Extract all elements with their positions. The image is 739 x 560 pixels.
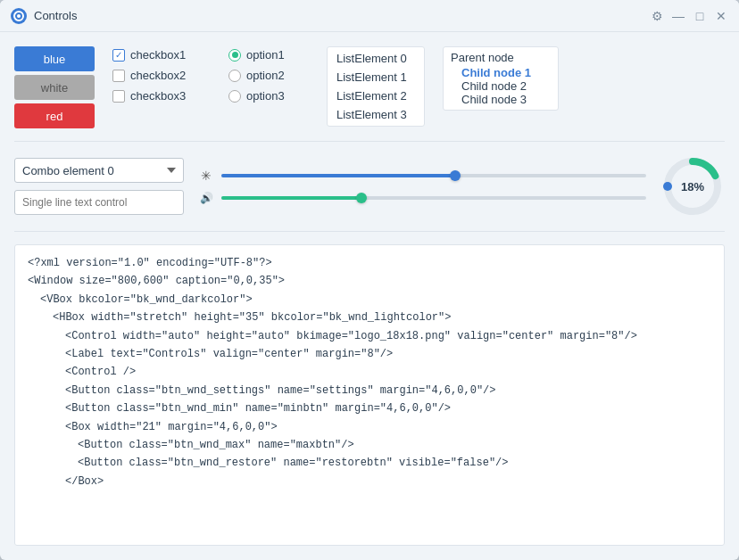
code-line-10: <Button class="btn_wnd_max" name="maxbtn… bbox=[28, 436, 711, 454]
sliders-column: ✳ 🔊 bbox=[198, 169, 646, 204]
checkbox-2-label: checkbox2 bbox=[130, 69, 186, 82]
checkbox-item-3[interactable]: checkbox3 bbox=[112, 89, 211, 103]
radio-1-label: option1 bbox=[246, 48, 285, 62]
settings-button[interactable]: ⚙ bbox=[650, 9, 664, 23]
code-line-11: <Button class="btn_wnd_restore" name="re… bbox=[28, 454, 711, 472]
window-title: Controls bbox=[34, 9, 650, 22]
code-line-5: <Label text="Controls" valign="center" m… bbox=[28, 345, 711, 363]
radio-group: option1 option2 option3 bbox=[228, 46, 309, 103]
tree-child-3[interactable]: Child node 3 bbox=[451, 93, 551, 106]
code-line-2: <VBox bkcolor="bk_wnd_darkcolor"> bbox=[28, 291, 711, 309]
maximize-button[interactable]: □ bbox=[693, 9, 707, 23]
code-line-8: <Button class="btn_wnd_min" name="minbtn… bbox=[28, 399, 711, 417]
code-line-9: <Box width="21" margin="4,6,0,0"> bbox=[28, 418, 711, 436]
radio-2-label: option2 bbox=[246, 69, 285, 82]
checkbox-2-box[interactable] bbox=[112, 70, 125, 82]
code-line-6: <Control /> bbox=[28, 363, 711, 381]
code-line-3: <HBox width="stretch" height="35" bkcolo… bbox=[28, 309, 711, 326]
second-row: Combo element 0 Combo element 1 Combo el… bbox=[14, 154, 725, 218]
list-item-3[interactable]: ListElement 3 bbox=[328, 105, 424, 124]
slider-thumb-2[interactable] bbox=[356, 193, 367, 203]
svg-point-2 bbox=[17, 14, 21, 18]
main-window: Controls ⚙ — □ ✕ blue white red ✓ ch bbox=[0, 0, 739, 560]
slider-fill-1 bbox=[221, 174, 455, 177]
radio-1-circle[interactable] bbox=[228, 49, 241, 62]
combo-text-column: Combo element 0 Combo element 1 Combo el… bbox=[14, 158, 184, 215]
close-button[interactable]: ✕ bbox=[714, 9, 728, 23]
divider-1 bbox=[14, 141, 725, 142]
minimize-button[interactable]: — bbox=[671, 9, 685, 23]
tree-child-1[interactable]: Child node 1 bbox=[451, 66, 551, 79]
slider-track-2[interactable] bbox=[221, 196, 646, 200]
code-line-1: <Window size="800,600" caption="0,0,35"> bbox=[28, 272, 711, 290]
slider-fill-2 bbox=[221, 196, 361, 200]
radio-item-1[interactable]: option1 bbox=[228, 48, 309, 62]
brightness-icon: ✳ bbox=[198, 169, 214, 183]
slider-thumb-1[interactable] bbox=[450, 170, 461, 181]
radio-item-2[interactable]: option2 bbox=[228, 69, 309, 82]
checkbox-1-box[interactable]: ✓ bbox=[112, 49, 125, 62]
code-line-7: <Button class="btn_wnd_settings" name="s… bbox=[28, 382, 711, 399]
text-input[interactable] bbox=[14, 190, 184, 215]
checkbox-1-label: checkbox1 bbox=[130, 48, 186, 62]
progress-label: 18% bbox=[681, 180, 704, 194]
list-item-0[interactable]: ListElement 0 bbox=[328, 49, 424, 68]
divider-2 bbox=[14, 231, 725, 232]
white-button[interactable]: white bbox=[14, 75, 95, 100]
checkbox-3-label: checkbox3 bbox=[130, 89, 186, 103]
svg-point-5 bbox=[663, 182, 672, 191]
list-group: ListElement 0 ListElement 1 ListElement … bbox=[327, 46, 425, 127]
content-area: blue white red ✓ checkbox1 checkbox2 bbox=[0, 32, 739, 560]
xml-code-area[interactable]: <?xml version="1.0" encoding="UTF-8"?> <… bbox=[14, 244, 725, 546]
code-line-0: <?xml version="1.0" encoding="UTF-8"?> bbox=[28, 254, 711, 272]
radio-2-circle[interactable] bbox=[228, 70, 241, 82]
combo-select[interactable]: Combo element 0 Combo element 1 Combo el… bbox=[14, 158, 184, 183]
list-item-2[interactable]: ListElement 2 bbox=[328, 86, 424, 105]
radio-3-circle[interactable] bbox=[228, 90, 241, 103]
radio-3-label: option3 bbox=[246, 89, 285, 103]
checkbox-item-2[interactable]: checkbox2 bbox=[112, 69, 211, 82]
tree-group: Parent node Child node 1 Child node 2 Ch… bbox=[443, 46, 559, 111]
code-line-12: </Box> bbox=[28, 473, 711, 490]
checkbox-item-1[interactable]: ✓ checkbox1 bbox=[112, 48, 211, 62]
checkbox-3-box[interactable] bbox=[112, 90, 125, 103]
radio-1-dot bbox=[232, 52, 238, 58]
volume-icon: 🔊 bbox=[198, 192, 214, 204]
slider-row-2: 🔊 bbox=[198, 192, 646, 204]
red-button[interactable]: red bbox=[14, 103, 95, 128]
controls-row: blue white red ✓ checkbox1 checkbox2 bbox=[14, 46, 725, 128]
title-bar: Controls ⚙ — □ ✕ bbox=[0, 0, 739, 32]
list-item-1[interactable]: ListElement 1 bbox=[328, 68, 424, 86]
tree-child-2[interactable]: Child node 2 bbox=[451, 79, 551, 93]
slider-row-1: ✳ bbox=[198, 169, 646, 183]
radio-item-3[interactable]: option3 bbox=[228, 89, 309, 103]
progress-circle: 18% bbox=[660, 154, 725, 218]
color-button-group: blue white red bbox=[14, 46, 95, 128]
window-controls: ⚙ — □ ✕ bbox=[650, 9, 728, 23]
checkmark-1: ✓ bbox=[115, 50, 122, 60]
tree-parent-node: Parent node bbox=[451, 51, 551, 64]
blue-button[interactable]: blue bbox=[14, 46, 95, 71]
app-icon bbox=[11, 8, 27, 24]
checkbox-group: ✓ checkbox1 checkbox2 checkbox3 bbox=[112, 46, 211, 103]
slider-track-1[interactable] bbox=[221, 174, 646, 177]
code-line-4: <Control width="auto" height="auto" bkim… bbox=[28, 327, 711, 345]
